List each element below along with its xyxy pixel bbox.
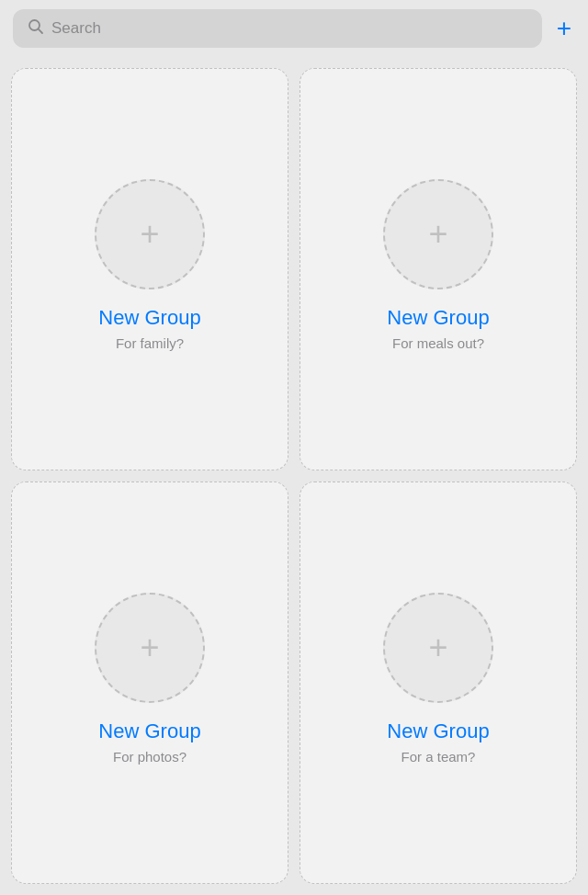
group-card-1-subtitle: For family? [116,335,184,351]
svg-line-1 [39,29,42,33]
header: Search + [0,0,588,57]
group-card-4-subtitle: For a team? [401,749,476,765]
group-card-4[interactable]: +New GroupFor a team? [300,481,577,884]
group-card-2-text: New GroupFor meals out? [387,306,489,351]
group-grid: +New GroupFor family?+New GroupFor meals… [0,57,588,895]
group-card-1-text: New GroupFor family? [98,306,200,351]
group-card-3[interactable]: +New GroupFor photos? [11,481,288,884]
group-card-1-add-icon: + [95,179,205,289]
group-card-4-text: New GroupFor a team? [387,719,489,765]
group-card-3-add-icon: + [95,593,205,703]
group-card-3-subtitle: For photos? [113,749,187,765]
group-card-2-subtitle: For meals out? [392,335,484,351]
search-placeholder: Search [51,19,101,38]
group-card-1-title: New Group [98,306,200,330]
search-bar[interactable]: Search [13,9,542,48]
group-card-2-title: New Group [387,306,489,330]
search-icon [28,18,44,39]
group-card-4-title: New Group [387,719,489,743]
group-card-1[interactable]: +New GroupFor family? [11,68,288,470]
group-card-2[interactable]: +New GroupFor meals out? [300,68,577,470]
group-card-2-add-icon: + [383,179,493,289]
add-group-button[interactable]: + [553,16,575,41]
group-card-4-add-icon: + [383,593,493,703]
group-card-3-text: New GroupFor photos? [98,719,200,765]
group-card-3-title: New Group [98,719,200,743]
